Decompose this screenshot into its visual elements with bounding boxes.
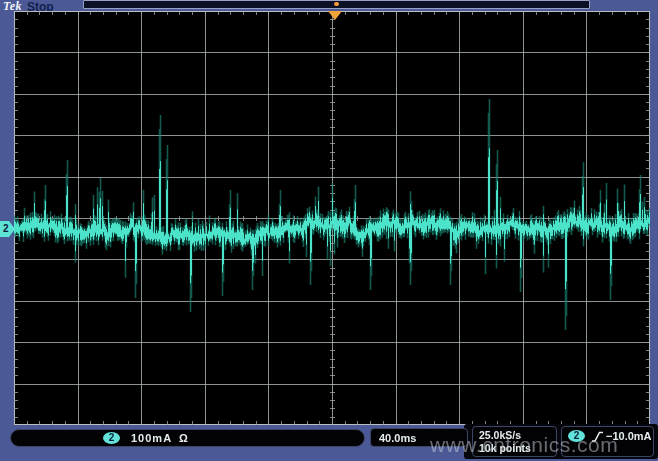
graticule: [14, 11, 650, 425]
channel-2-position-marker[interactable]: 2: [0, 221, 15, 237]
timebase-label: 40.0ms: [379, 432, 416, 444]
channel-2-position-label: 2: [3, 223, 9, 234]
channel-2-badge: 2: [103, 432, 120, 444]
trigger-marker-icon: [328, 11, 342, 20]
trigger-level-label: −10.0mA: [606, 430, 652, 442]
trigger-readout: 2 −10.0mA: [561, 426, 654, 457]
channel-2-readout: 2 100mA Ω: [10, 429, 365, 447]
channel-scale-label: 100mA: [131, 432, 172, 444]
acquisition-readout: 25.0kS/s 10k points: [472, 426, 557, 457]
channel-coupling-label: Ω: [179, 432, 188, 444]
trigger-position-icon: [334, 2, 339, 6]
record-view-bar: [83, 0, 590, 9]
oscilloscope-screen: Tek Stop 2 2 100mA Ω 40.0ms 25.0kS/s 10k…: [0, 0, 658, 461]
record-length-label: 10k points: [479, 442, 556, 455]
sample-rate-label: 25.0kS/s: [479, 429, 556, 442]
trigger-source-badge: 2: [568, 430, 585, 442]
timebase-readout: 40.0ms: [370, 428, 468, 447]
rising-edge-icon: [591, 430, 604, 443]
waveform-display: [14, 11, 650, 425]
